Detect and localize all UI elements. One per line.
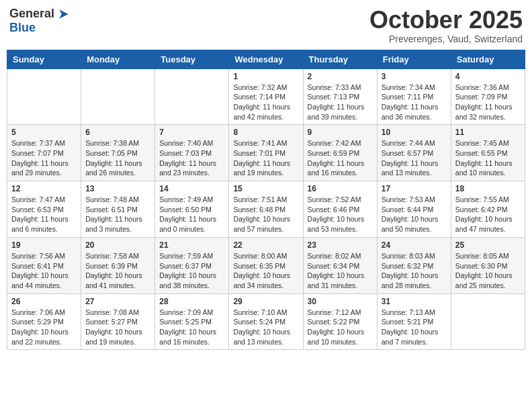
day-number: 18 [455, 184, 521, 193]
day-number: 21 [159, 240, 224, 250]
calendar-cell [451, 293, 525, 350]
location-text: Preverenges, Vaud, Switzerland [369, 34, 523, 44]
sunrise-text: Sunrise: 7:58 AM [85, 252, 139, 260]
sunset-text: Sunset: 5:25 PM [159, 318, 212, 326]
daylight-text: Daylight: 10 hours and 22 minutes. [11, 328, 69, 346]
day-info: Sunrise: 8:02 AMSunset: 6:34 PMDaylight:… [308, 251, 373, 291]
daylight-text: Daylight: 11 hours and 39 minutes. [308, 103, 365, 121]
calendar-cell: 23Sunrise: 8:02 AMSunset: 6:34 PMDayligh… [303, 237, 377, 293]
sunrise-text: Sunrise: 8:05 AM [455, 252, 509, 260]
calendar-cell: 14Sunrise: 7:49 AMSunset: 6:50 PMDayligh… [155, 181, 229, 238]
sunrise-text: Sunrise: 7:48 AM [85, 195, 139, 203]
day-info: Sunrise: 7:33 AMSunset: 7:13 PMDaylight:… [308, 83, 373, 122]
col-header-wednesday: Wednesday [229, 50, 303, 68]
sunset-text: Sunset: 6:59 PM [308, 149, 360, 157]
calendar-cell: 26Sunrise: 7:06 AMSunset: 5:29 PMDayligh… [7, 293, 81, 350]
sunrise-text: Sunrise: 8:02 AM [308, 252, 361, 260]
sunrise-text: Sunrise: 7:37 AM [11, 139, 65, 147]
daylight-text: Daylight: 11 hours and 13 minutes. [382, 159, 439, 177]
sunset-text: Sunset: 5:29 PM [11, 318, 64, 326]
calendar-cell: 7Sunrise: 7:40 AMSunset: 7:03 PMDaylight… [155, 125, 229, 181]
daylight-text: Daylight: 10 hours and 53 minutes. [308, 215, 365, 233]
day-info: Sunrise: 7:44 AMSunset: 6:57 PMDaylight:… [382, 138, 447, 178]
sunset-text: Sunset: 5:22 PM [308, 318, 360, 326]
sunset-text: Sunset: 5:21 PM [382, 318, 434, 326]
day-number: 19 [11, 240, 77, 250]
sunrise-text: Sunrise: 7:40 AM [159, 139, 213, 147]
day-info: Sunrise: 7:06 AMSunset: 5:29 PMDaylight:… [11, 308, 77, 347]
calendar-week-row: 5Sunrise: 7:37 AMSunset: 7:07 PMDaylight… [7, 125, 525, 181]
daylight-text: Daylight: 10 hours and 13 minutes. [233, 328, 290, 346]
sunrise-text: Sunrise: 7:51 AM [233, 195, 287, 203]
day-info: Sunrise: 7:53 AMSunset: 6:44 PMDaylight:… [382, 195, 447, 234]
calendar-cell: 11Sunrise: 7:45 AMSunset: 6:55 PMDayligh… [451, 125, 525, 181]
daylight-text: Daylight: 10 hours and 41 minutes. [85, 271, 142, 289]
day-info: Sunrise: 7:47 AMSunset: 6:53 PMDaylight:… [11, 195, 77, 234]
col-header-friday: Friday [377, 50, 451, 68]
sunrise-text: Sunrise: 7:12 AM [308, 308, 361, 316]
day-info: Sunrise: 7:41 AMSunset: 7:01 PMDaylight:… [233, 138, 298, 178]
daylight-text: Daylight: 10 hours and 34 minutes. [233, 271, 290, 289]
day-number: 27 [85, 297, 150, 306]
calendar-cell: 29Sunrise: 7:10 AMSunset: 5:24 PMDayligh… [229, 293, 303, 350]
sunset-text: Sunset: 6:39 PM [85, 262, 138, 270]
day-number: 12 [11, 184, 77, 193]
daylight-text: Daylight: 10 hours and 25 minutes. [455, 271, 513, 289]
day-info: Sunrise: 7:12 AMSunset: 5:22 PMDaylight:… [308, 308, 373, 347]
sunrise-text: Sunrise: 7:45 AM [455, 139, 509, 147]
sunset-text: Sunset: 5:27 PM [85, 318, 138, 326]
logo-icon [57, 7, 71, 21]
day-number: 4 [455, 72, 521, 81]
sunset-text: Sunset: 6:57 PM [382, 149, 434, 157]
sunrise-text: Sunrise: 8:03 AM [382, 252, 435, 260]
day-info: Sunrise: 7:13 AMSunset: 5:21 PMDaylight:… [382, 308, 447, 347]
sunrise-text: Sunrise: 8:00 AM [233, 252, 287, 260]
daylight-text: Daylight: 11 hours and 26 minutes. [85, 159, 142, 177]
calendar-cell: 5Sunrise: 7:37 AMSunset: 7:07 PMDaylight… [7, 125, 81, 181]
calendar-cell: 8Sunrise: 7:41 AMSunset: 7:01 PMDaylight… [229, 125, 303, 181]
daylight-text: Daylight: 11 hours and 29 minutes. [11, 159, 69, 177]
daylight-text: Daylight: 10 hours and 28 minutes. [382, 271, 439, 289]
day-number: 15 [233, 184, 298, 193]
sunrise-text: Sunrise: 7:59 AM [159, 252, 213, 260]
sunset-text: Sunset: 6:42 PM [455, 205, 508, 214]
daylight-text: Daylight: 11 hours and 0 minutes. [159, 215, 216, 233]
daylight-text: Daylight: 10 hours and 19 minutes. [85, 328, 142, 346]
daylight-text: Daylight: 10 hours and 57 minutes. [233, 215, 290, 233]
calendar-cell: 10Sunrise: 7:44 AMSunset: 6:57 PMDayligh… [377, 125, 451, 181]
daylight-text: Daylight: 11 hours and 23 minutes. [159, 159, 216, 177]
daylight-text: Daylight: 10 hours and 50 minutes. [382, 215, 439, 233]
day-number: 2 [308, 72, 373, 81]
sunrise-text: Sunrise: 7:08 AM [85, 308, 139, 316]
sunset-text: Sunset: 6:32 PM [382, 262, 434, 270]
sunset-text: Sunset: 6:41 PM [11, 262, 64, 270]
sunrise-text: Sunrise: 7:56 AM [11, 252, 65, 260]
logo: General Blue [9, 7, 71, 35]
day-info: Sunrise: 7:09 AMSunset: 5:25 PMDaylight:… [159, 308, 224, 347]
day-number: 9 [308, 128, 373, 137]
sunset-text: Sunset: 6:50 PM [159, 205, 212, 214]
day-info: Sunrise: 7:32 AMSunset: 7:14 PMDaylight:… [233, 83, 298, 122]
day-number: 1 [233, 72, 298, 81]
sunset-text: Sunset: 6:46 PM [308, 205, 360, 214]
calendar-week-row: 1Sunrise: 7:32 AMSunset: 7:14 PMDaylight… [7, 68, 525, 125]
sunrise-text: Sunrise: 7:10 AM [233, 308, 287, 316]
calendar-cell: 13Sunrise: 7:48 AMSunset: 6:51 PMDayligh… [81, 181, 155, 238]
day-info: Sunrise: 7:58 AMSunset: 6:39 PMDaylight:… [85, 251, 150, 291]
day-info: Sunrise: 7:52 AMSunset: 6:46 PMDaylight:… [308, 195, 373, 234]
sunset-text: Sunset: 6:34 PM [308, 262, 360, 270]
day-number: 25 [455, 240, 521, 250]
calendar-cell: 2Sunrise: 7:33 AMSunset: 7:13 PMDaylight… [303, 68, 377, 125]
sunrise-text: Sunrise: 7:06 AM [11, 308, 65, 316]
daylight-text: Daylight: 11 hours and 10 minutes. [455, 159, 513, 177]
sunset-text: Sunset: 7:05 PM [85, 149, 138, 157]
day-number: 24 [382, 240, 447, 250]
day-number: 3 [382, 72, 447, 81]
calendar-cell: 22Sunrise: 8:00 AMSunset: 6:35 PMDayligh… [229, 237, 303, 293]
daylight-text: Daylight: 10 hours and 31 minutes. [308, 271, 365, 289]
day-number: 26 [11, 297, 77, 306]
calendar-cell: 27Sunrise: 7:08 AMSunset: 5:27 PMDayligh… [81, 293, 155, 350]
sunrise-text: Sunrise: 7:36 AM [455, 83, 509, 91]
day-number: 13 [85, 184, 150, 193]
day-info: Sunrise: 7:36 AMSunset: 7:09 PMDaylight:… [455, 83, 521, 122]
